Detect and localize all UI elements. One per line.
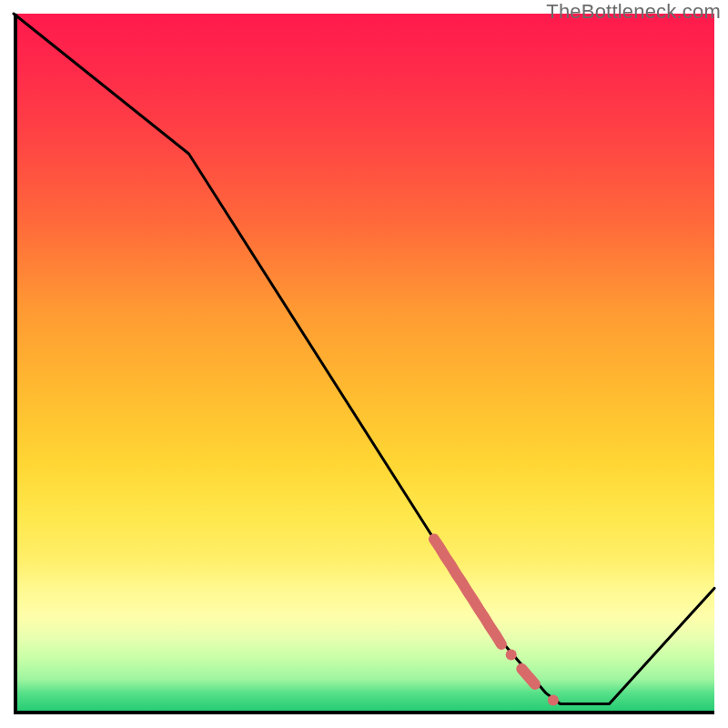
chart-svg-layer xyxy=(14,14,714,714)
scatter-overlay-cluster-1 xyxy=(521,669,535,684)
line-series-curve xyxy=(14,14,714,704)
scatter-overlay xyxy=(434,540,559,706)
chart-container: TheBottleneck.com xyxy=(0,0,728,728)
watermark-text: TheBottleneck.com xyxy=(546,0,721,24)
scatter-overlay-thick xyxy=(434,540,501,645)
scatter-dot xyxy=(506,650,517,661)
scatter-dot xyxy=(548,695,559,706)
